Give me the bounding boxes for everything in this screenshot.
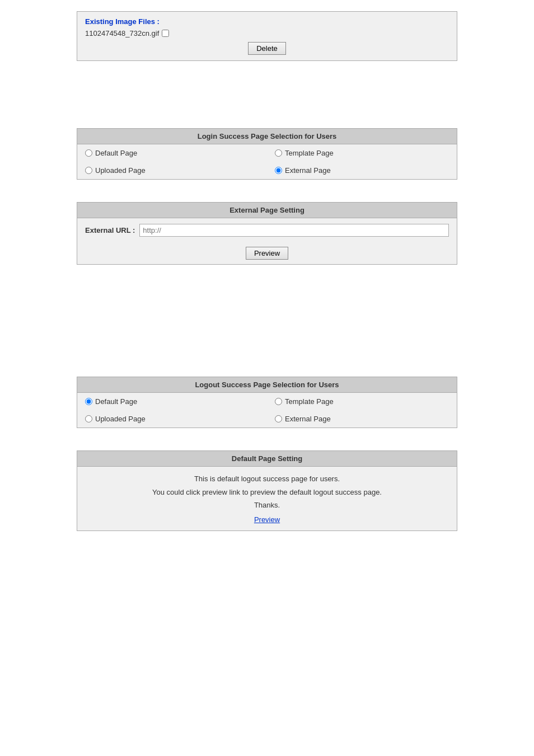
- login-default-cell: Default Page: [77, 144, 267, 162]
- logout-radio-row-2: Uploaded Page External Page: [77, 410, 457, 428]
- logout-radio-row-1: Default Page Template Page: [77, 393, 457, 410]
- preview-button-row: Preview: [77, 242, 457, 264]
- login-external-radio[interactable]: [275, 167, 282, 174]
- external-page-setting-container: External Page Setting External URL : Pre…: [77, 202, 457, 265]
- login-uploaded-label[interactable]: Uploaded Page: [95, 166, 146, 175]
- logout-external-cell: External Page: [267, 410, 457, 428]
- default-page-desc-line3: Thanks.: [85, 500, 449, 511]
- login-template-cell: Template Page: [267, 144, 457, 162]
- image-file-checkbox[interactable]: [162, 30, 169, 37]
- login-radio-row-2: Uploaded Page External Page: [77, 162, 457, 179]
- logout-template-cell: Template Page: [267, 393, 457, 410]
- external-page-header: External Page Setting: [77, 203, 457, 218]
- login-external-cell: External Page: [267, 162, 457, 179]
- login-template-radio[interactable]: [275, 149, 282, 157]
- login-uploaded-radio[interactable]: [85, 167, 92, 174]
- logout-default-radio[interactable]: [85, 398, 92, 405]
- existing-images-title: Existing Image Files :: [85, 17, 449, 26]
- logout-default-label[interactable]: Default Page: [95, 397, 137, 406]
- login-default-radio[interactable]: [85, 149, 92, 157]
- default-page-desc-line2: You could click preview link to preview …: [85, 487, 449, 498]
- external-url-input[interactable]: [139, 224, 449, 237]
- login-default-label[interactable]: Default Page: [95, 149, 137, 157]
- logout-uploaded-cell: Uploaded Page: [77, 410, 267, 428]
- default-preview-link[interactable]: Preview: [254, 515, 280, 524]
- default-page-content: This is default logout success page for …: [77, 467, 457, 530]
- login-section-header: Login Success Page Selection for Users: [77, 129, 457, 144]
- logout-default-cell: Default Page: [77, 393, 267, 410]
- logout-section-header: Logout Success Page Selection for Users: [77, 377, 457, 393]
- login-radio-row-1: Default Page Template Page: [77, 144, 457, 162]
- external-preview-button[interactable]: Preview: [246, 247, 288, 260]
- logout-template-radio[interactable]: [275, 398, 282, 405]
- login-template-label[interactable]: Template Page: [285, 149, 334, 157]
- login-page-selection-container: Login Success Page Selection for Users D…: [77, 128, 457, 180]
- image-file-name: 1102474548_732cn.gif: [85, 29, 159, 37]
- image-file-row: 1102474548_732cn.gif: [85, 29, 449, 37]
- logout-template-label[interactable]: Template Page: [285, 397, 334, 406]
- logout-external-radio[interactable]: [275, 415, 282, 422]
- existing-images-container: Existing Image Files : 1102474548_732cn.…: [77, 11, 457, 61]
- login-external-label[interactable]: External Page: [285, 166, 331, 175]
- logout-page-selection-container: Logout Success Page Selection for Users …: [77, 377, 457, 428]
- default-page-header: Default Page Setting: [77, 451, 457, 467]
- logout-uploaded-radio[interactable]: [85, 415, 92, 422]
- external-url-row: External URL :: [77, 218, 457, 242]
- default-page-desc-line1: This is default logout success page for …: [85, 473, 449, 485]
- external-url-label: External URL :: [85, 226, 135, 234]
- login-uploaded-cell: Uploaded Page: [77, 162, 267, 179]
- logout-uploaded-label[interactable]: Uploaded Page: [95, 415, 146, 423]
- delete-button[interactable]: Delete: [248, 42, 286, 55]
- default-page-setting-container: Default Page Setting This is default log…: [77, 450, 457, 531]
- logout-external-label[interactable]: External Page: [285, 415, 331, 423]
